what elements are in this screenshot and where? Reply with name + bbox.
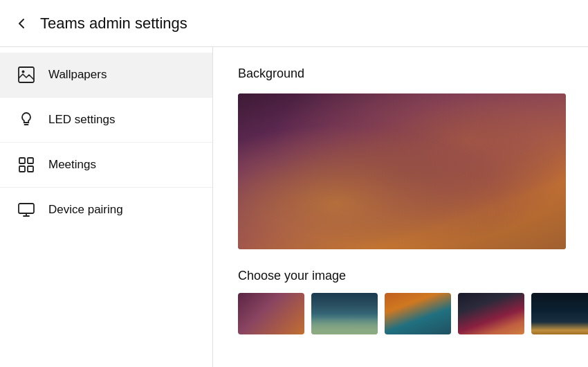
thumbnail-4[interactable] [458,293,524,334]
main-content: Background Choose your image [213,47,588,367]
thumbnail-2[interactable] [311,293,378,334]
sidebar-item-meetings[interactable]: Meetings [0,143,212,188]
background-section-title: Background [238,66,563,81]
app-header: Teams admin settings [0,0,588,47]
thumbnail-5[interactable] [531,293,588,334]
background-preview-image[interactable] [238,93,566,249]
thumbnail-gallery [238,293,563,334]
thumbnail-1[interactable] [238,293,304,334]
svg-rect-6 [19,204,34,213]
choose-image-title: Choose your image [238,269,563,283]
sidebar-item-wallpapers[interactable]: Wallpapers [0,53,212,98]
monitor-icon [17,200,36,220]
svg-point-1 [22,71,25,73]
main-layout: Wallpapers LED settings Meetings [0,47,588,367]
svg-rect-5 [28,166,33,172]
sidebar-item-led-settings[interactable]: LED settings [0,98,212,143]
svg-rect-3 [28,158,33,163]
sidebar-item-meetings-label: Meetings [48,158,96,172]
page-title: Teams admin settings [40,15,187,33]
svg-rect-0 [19,67,34,82]
svg-rect-4 [19,166,25,172]
thumbnail-3[interactable] [385,293,451,334]
image-icon [17,65,36,84]
sidebar-item-device-pairing-label: Device pairing [48,203,123,217]
grid-icon [17,155,36,174]
sidebar-item-device-pairing[interactable]: Device pairing [0,188,212,232]
back-button[interactable] [14,16,29,31]
background-wave [238,93,566,249]
sidebar-item-led-settings-label: LED settings [48,113,115,127]
sidebar-item-wallpapers-label: Wallpapers [48,68,107,82]
sidebar: Wallpapers LED settings Meetings [0,47,213,367]
svg-rect-2 [19,158,25,163]
bulb-icon [17,110,36,129]
